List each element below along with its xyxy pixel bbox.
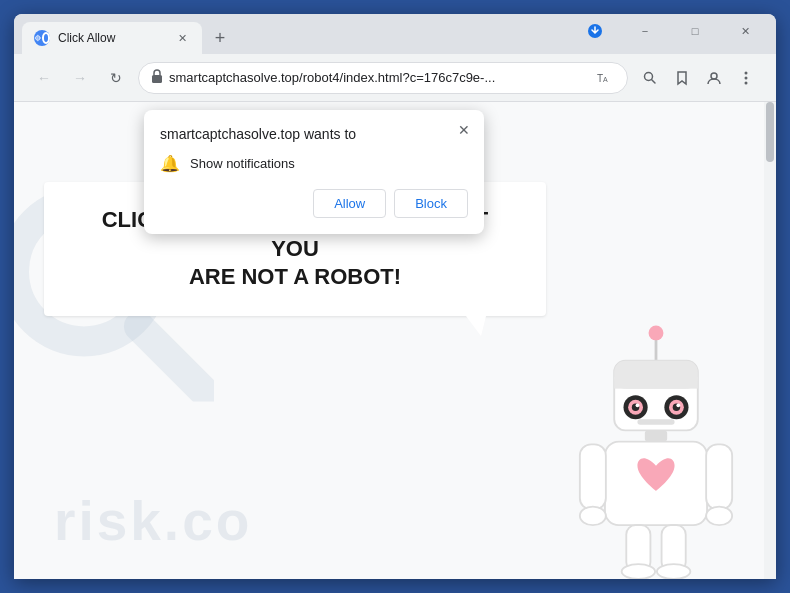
svg-point-39: [657, 564, 690, 579]
svg-line-9: [652, 79, 656, 83]
search-toolbar-button[interactable]: [636, 64, 664, 92]
url-actions: T A: [591, 66, 615, 90]
toolbar-actions: [636, 64, 760, 92]
account-button[interactable]: [700, 64, 728, 92]
svg-point-27: [636, 404, 640, 408]
url-bar[interactable]: smartcaptchasolve.top/robot4/index.html?…: [138, 62, 628, 94]
bookmark-button[interactable]: [668, 64, 696, 92]
svg-point-35: [706, 507, 732, 526]
url-text: smartcaptchasolve.top/robot4/index.html?…: [169, 70, 585, 85]
active-tab[interactable]: Click Allow ✕: [22, 22, 202, 54]
page-content: risk.co ✕ smartcaptchasolve.top wants to…: [14, 102, 776, 579]
back-button[interactable]: ←: [30, 64, 58, 92]
menu-button[interactable]: [732, 64, 760, 92]
browser-window: Click Allow ✕ + − □ ✕ ← → ↻: [14, 14, 776, 579]
svg-point-17: [649, 326, 664, 341]
watermark-text: risk.co: [54, 467, 252, 559]
window-controls: − □ ✕: [572, 17, 768, 51]
svg-text:A: A: [603, 76, 608, 83]
svg-point-38: [622, 564, 655, 579]
svg-point-12: [745, 76, 748, 79]
address-bar: ← → ↻ smartcaptchasolve.top/robot4/index…: [14, 54, 776, 102]
translate-icon[interactable]: T A: [591, 66, 615, 90]
tab-close-button[interactable]: ✕: [174, 30, 190, 46]
popup-buttons: Allow Block: [160, 189, 468, 218]
robot-figure: [556, 319, 756, 579]
close-button[interactable]: ✕: [722, 17, 768, 45]
svg-line-15: [139, 326, 204, 391]
maximize-button[interactable]: □: [672, 17, 718, 45]
tab-favicon: [34, 30, 50, 46]
download-indicator[interactable]: [572, 17, 618, 45]
popup-title: smartcaptchasolve.top wants to: [160, 126, 468, 142]
svg-point-10: [711, 73, 717, 79]
svg-rect-30: [645, 430, 667, 441]
title-bar: Click Allow ✕ + − □ ✕: [14, 14, 776, 54]
scrollbar-thumb[interactable]: [766, 102, 774, 162]
bell-icon: 🔔: [160, 154, 180, 173]
block-button[interactable]: Block: [394, 189, 468, 218]
scrollbar[interactable]: [764, 102, 776, 579]
svg-rect-32: [580, 444, 606, 509]
svg-rect-34: [706, 444, 732, 509]
notification-row: 🔔 Show notifications: [160, 154, 468, 173]
refresh-button[interactable]: ↻: [102, 64, 130, 92]
allow-button[interactable]: Allow: [313, 189, 386, 218]
svg-point-33: [580, 507, 606, 526]
lock-icon: [151, 69, 163, 86]
notification-text: Show notifications: [190, 156, 295, 171]
svg-rect-29: [637, 419, 674, 425]
minimize-button[interactable]: −: [622, 17, 668, 45]
forward-button[interactable]: →: [66, 64, 94, 92]
tab-title: Click Allow: [58, 31, 166, 45]
svg-rect-20: [614, 377, 698, 389]
popup-close-button[interactable]: ✕: [454, 120, 474, 140]
notification-popup: ✕ smartcaptchasolve.top wants to 🔔 Show …: [144, 110, 484, 234]
svg-point-13: [745, 81, 748, 84]
svg-rect-5: [152, 75, 162, 83]
svg-point-28: [676, 404, 680, 408]
svg-point-11: [745, 71, 748, 74]
tab-area: Click Allow ✕ +: [22, 14, 572, 54]
new-tab-button[interactable]: +: [206, 24, 234, 52]
